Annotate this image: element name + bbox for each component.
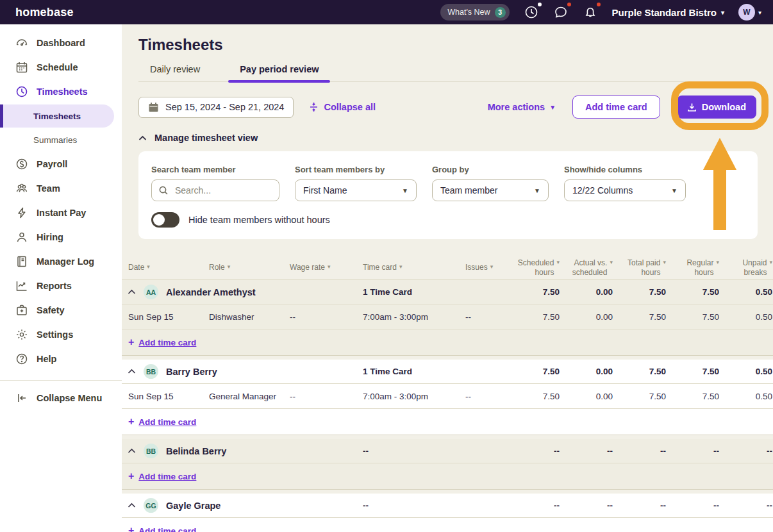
more-actions-button[interactable]: More actions ▼ [488, 102, 556, 112]
sidebar-item-safety[interactable]: Safety [0, 298, 122, 322]
chevron-down-icon: ▼ [549, 104, 556, 111]
group-by-label: Group by [432, 165, 549, 174]
group-total: -- [506, 446, 560, 456]
column-header-regular-hours[interactable]: Regular hours▾ [666, 258, 719, 278]
add-time-card-row: +Add time card [122, 463, 773, 489]
table-header-row: Date▾Role▾Wage rate▾Time card▾Issues▾Sch… [122, 256, 773, 280]
chevron-down-icon: ▼ [534, 187, 540, 194]
sidebar-item-timesheets[interactable]: Timesheets [0, 79, 122, 104]
topbar: homebase What's New 3 Purple Standard Bi… [0, 0, 773, 24]
sort-filter-icon: ▾ [399, 263, 403, 270]
notification-dot [538, 3, 542, 6]
sidebar-item-schedule[interactable]: Schedule [0, 55, 122, 79]
hours-cell: 0.00 [560, 392, 613, 401]
search-input[interactable] [174, 185, 270, 196]
manage-timesheet-panel: Search team member Sort team members by … [138, 151, 758, 239]
sidebar-item-settings[interactable]: Settings [0, 322, 122, 347]
column-header-unpaid-breaks[interactable]: Unpaid breaks▾ [719, 258, 772, 278]
group-total: 0.50 [719, 367, 772, 376]
issues-cell: -- [459, 312, 506, 322]
toggle-knob [153, 214, 165, 226]
column-header-issues[interactable]: Issues▾ [459, 263, 506, 272]
location-selector[interactable]: Purple Standard Bistro ▾ [612, 7, 724, 18]
time-clock-icon[interactable] [524, 4, 539, 20]
collapse-group-icon[interactable] [127, 367, 136, 376]
group-total: -- [719, 501, 772, 510]
plus-icon: + [128, 525, 134, 532]
sidebar-item-instant-pay[interactable]: Instant Pay [0, 201, 122, 225]
column-header-actual-vs-scheduled[interactable]: Actual vs. scheduled▾ [560, 258, 613, 278]
sidebar-item-dashboard[interactable]: Dashboard [0, 31, 122, 55]
issues-cell: -- [459, 392, 506, 401]
homebase-logo[interactable]: homebase [15, 6, 74, 19]
group-total: 7.50 [666, 367, 719, 376]
group-total: 7.50 [613, 367, 666, 376]
messages-icon[interactable] [553, 4, 569, 20]
column-header-total-paid-hours[interactable]: Total paid hours▾ [613, 258, 666, 278]
group-by-select[interactable]: Team member ▼ [432, 179, 549, 201]
add-time-card-link[interactable]: +Add time card [128, 470, 196, 482]
sidebar-item-payroll[interactable]: Payroll [0, 152, 122, 176]
group-total: -- [560, 501, 613, 510]
column-header-time-card[interactable]: Time card▾ [356, 263, 459, 272]
page-title: Timesheets [138, 36, 773, 54]
whats-new-count-badge: 3 [495, 7, 506, 18]
timesheets-icon [15, 85, 28, 98]
timesheet-table: Date▾Role▾Wage rate▾Time card▾Issues▾Sch… [122, 256, 773, 532]
time-card-summary: 1 Time Card [356, 367, 459, 376]
add-time-card-link[interactable]: +Add time card [128, 525, 196, 532]
group-total: 0.00 [560, 287, 613, 297]
add-time-card-link[interactable]: +Add time card [128, 337, 196, 348]
add-time-card-link[interactable]: +Add time card [128, 416, 196, 428]
collapse-group-icon[interactable] [127, 501, 136, 510]
tab-pay-period-review[interactable]: Pay period review [228, 64, 330, 81]
sidebar-item-help[interactable]: Help [0, 347, 122, 371]
settings-icon [15, 328, 28, 341]
group-total: 0.50 [719, 287, 772, 297]
tab-bar: Daily review Pay period review [138, 64, 756, 82]
sort-filter-icon: ▾ [147, 263, 150, 270]
sidebar-subitem-timesheets[interactable]: Timesheets [0, 104, 114, 128]
add-time-card-button[interactable]: Add time card [572, 96, 660, 119]
date-range-picker[interactable]: Sep 15, 2024 - Sep 21, 2024 [138, 97, 294, 118]
whats-new-button[interactable]: What's New 3 [440, 4, 509, 21]
hide-members-toggle[interactable] [151, 212, 179, 228]
chevron-down-icon: ▼ [402, 187, 408, 194]
hiring-icon [15, 231, 28, 244]
add-time-card-row: +Add time card [122, 409, 773, 435]
column-header-date[interactable]: Date▾ [122, 263, 203, 272]
collapse-group-icon[interactable] [127, 447, 136, 456]
group-total: -- [613, 501, 666, 510]
hours-cell: 0.50 [719, 392, 772, 401]
sidebar-item-hiring[interactable]: Hiring [0, 225, 122, 249]
column-header-role[interactable]: Role▾ [203, 263, 283, 272]
user-menu[interactable]: W ▾ [738, 4, 761, 21]
date-range-value: Sep 15, 2024 - Sep 21, 2024 [165, 102, 284, 112]
search-icon [158, 185, 169, 195]
sort-filter-icon: ▾ [769, 259, 772, 266]
sidebar-item-team[interactable]: Team [0, 176, 122, 201]
column-header-scheduled-hours[interactable]: Scheduled hours▾ [506, 258, 560, 278]
sort-label: Sort team members by [295, 165, 417, 174]
collapse-group-icon[interactable] [127, 288, 136, 297]
collapse-menu-button[interactable]: Collapse Menu [0, 386, 122, 410]
sort-select[interactable]: First Name ▼ [295, 179, 417, 201]
plus-icon: + [128, 337, 134, 348]
collapse-all-button[interactable]: Collapse all [309, 102, 376, 112]
columns-select[interactable]: 12/22 Columns ▼ [564, 179, 686, 201]
manage-timesheet-view-toggle[interactable]: Manage timesheet view [138, 133, 773, 143]
group-total: 7.50 [506, 367, 560, 376]
sidebar-subitem-summaries[interactable]: Summaries [0, 128, 114, 151]
sidebar-item-manager-log[interactable]: Manager Log [0, 249, 122, 274]
hours-cell: 7.50 [613, 392, 666, 401]
date-cell: Sun Sep 15 [122, 392, 203, 401]
download-button[interactable]: Download [677, 96, 756, 119]
tab-daily-review[interactable]: Daily review [138, 64, 212, 81]
team-icon [15, 182, 28, 195]
sidebar-item-reports[interactable]: Reports [0, 274, 122, 298]
bell-icon[interactable] [583, 4, 598, 20]
column-header-wage-rate[interactable]: Wage rate▾ [283, 263, 356, 272]
time-card-row[interactable]: Sun Sep 15General Manager--7:00am - 3:00… [122, 384, 773, 409]
time-card-row[interactable]: Sun Sep 15Dishwasher--7:00am - 3:00pm--7… [122, 304, 773, 329]
group-total: 0.00 [560, 367, 613, 376]
